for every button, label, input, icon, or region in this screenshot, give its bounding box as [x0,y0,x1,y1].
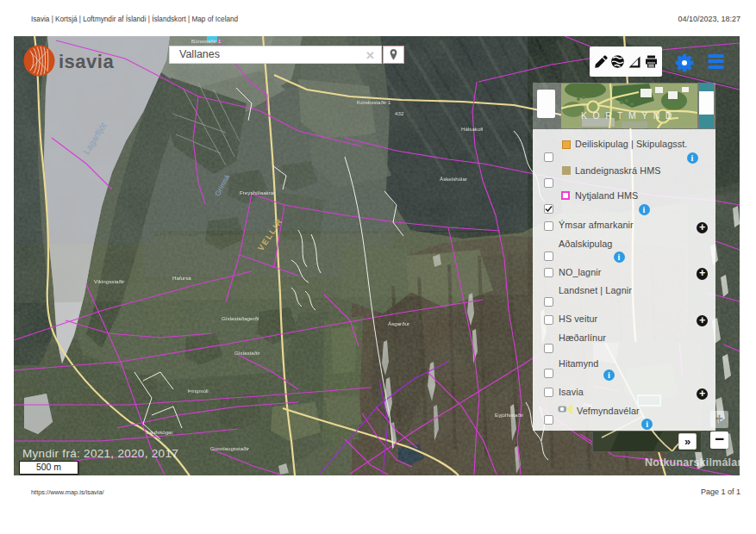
svg-text:Gíslastaðir: Gíslastaðir [234,350,260,356]
svg-text:Áskelshólar: Áskelshólar [440,176,467,182]
svg-text:Hálsakofi: Hálsakofi [461,126,483,132]
svg-text:KORTMYND: KORTMYND [581,110,678,121]
svg-text:Hafursá: Hafursá [172,275,191,281]
svg-text:Freyshólaakrar: Freyshólaakrar [240,189,275,196]
svg-text:Laufskógar: Laufskógar [147,429,173,435]
svg-text:Þingmúli: Þingmúli [188,388,209,394]
svg-text:432: 432 [395,110,404,116]
svg-text:Bónsstaðir 1: Bónsstaðir 1 [191,38,222,44]
svg-text:Kóreksstaðir 1: Kóreksstaðir 1 [357,99,391,105]
svg-text:Gíslastaðagerði: Gíslastaðagerði [222,315,259,321]
svg-text:Ásgarður: Ásgarður [388,320,409,326]
svg-text:Gunnlaugsstaðir: Gunnlaugsstaðir [210,445,249,451]
svg-text:Víkingsstaðir: Víkingsstaðir [94,278,124,284]
svg-text:isavia: isavia [59,51,114,72]
svg-text:Eyjólfsstaðir: Eyjólfsstaðir [495,412,523,418]
